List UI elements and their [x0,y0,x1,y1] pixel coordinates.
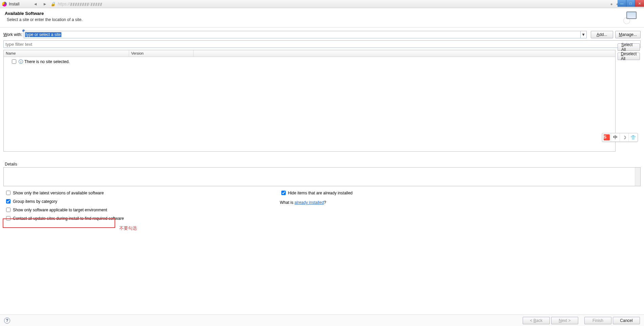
back-button[interactable]: < Back [523,317,550,324]
next-button[interactable]: Next > [551,317,578,324]
row-label: There is no site selected. [24,59,69,64]
group-by-category-checkbox[interactable] [6,199,11,204]
help-icon[interactable]: ? [4,318,10,324]
lock-icon: 🔒 [51,2,56,6]
close-button[interactable]: ✕ [635,0,644,7]
opt-contact-sites[interactable]: Contact all update sites during install … [5,215,124,222]
select-all-button[interactable]: Select All [618,43,640,51]
url-text: https://▮▮▮▮▮▮▮▮/▮▮▮▮▮ [58,2,102,6]
add-button[interactable]: Add... [591,31,613,38]
applicable-checkbox[interactable] [6,208,11,212]
eclipse-icon [2,2,7,6]
forward-icon[interactable]: ► [41,1,48,7]
dialog-subtitle: Select a site or enter the location of a… [7,17,82,22]
window-controls: — □ ✕ [618,0,644,7]
col-name[interactable]: Name [4,50,129,57]
install-wizard-icon [624,11,637,24]
maximize-button[interactable]: □ [626,0,635,7]
work-with-combo[interactable]: type or select a site ▼ [24,31,587,38]
options-area: Show only the latest versions of availab… [0,188,644,222]
ime-toolbar[interactable]: S 中 ☽ 👕 [602,133,638,142]
hide-installed-checkbox[interactable] [281,191,286,195]
opt-hide-installed[interactable]: Hide items that are already installed [280,190,353,196]
manage-button[interactable]: Manage... [615,31,641,38]
contact-sites-label: Contact all update sites during install … [13,216,124,221]
scrollbar[interactable] [635,168,640,186]
software-tree[interactable]: Name Version i There is no site selected… [3,50,616,152]
back-icon[interactable]: ◄ [32,1,39,7]
finish-button[interactable]: Finish [584,317,611,324]
chevron-down-icon[interactable]: ▼ [580,31,586,38]
opt-group-by-category[interactable]: Group items by category [5,198,124,205]
cancel-button[interactable]: Cancel [613,317,640,324]
what-is-installed: What is already installed? [280,200,353,205]
os-title-bar: Install ◄ ► 🔒 https://▮▮▮▮▮▮▮▮/▮▮▮▮▮ ●●●… [0,0,644,8]
ime-moon-icon[interactable]: ☽ [620,133,629,141]
dialog-header: Available Software Select a site or ente… [0,8,644,27]
info-icon: i [19,59,23,64]
annotation-text: 不要勾选 [119,225,137,231]
work-with-row: Work with: type or select a site ▼ Add..… [0,27,644,40]
deselect-all-button[interactable]: Deselect All [618,53,640,60]
hide-installed-label: Hide items that are already installed [288,191,353,195]
address-bar-blurred: ◄ ► 🔒 https://▮▮▮▮▮▮▮▮/▮▮▮▮▮ [32,1,608,7]
wizard-button-bar: ? < Back Next > Finish Cancel [0,314,644,326]
ime-skin-icon[interactable]: 👕 [629,133,638,141]
opt-applicable[interactable]: Show only software applicable to target … [5,207,124,213]
window-title: Install [9,2,19,6]
dialog-title: Available Software [5,11,82,16]
work-with-label: Work with: [3,32,22,37]
filter-row [0,40,644,50]
details-box [3,167,641,186]
details-label: Details [5,162,639,167]
row-checkbox[interactable] [12,59,16,64]
ime-sogou-icon[interactable]: S [602,133,611,141]
opt-latest-only[interactable]: Show only the latest versions of availab… [5,190,124,196]
latest-only-checkbox[interactable] [6,191,11,195]
ime-cn-icon[interactable]: 中 [611,133,620,141]
applicable-label: Show only software applicable to target … [13,208,107,212]
tree-row-empty: i There is no site selected. [5,58,614,65]
already-installed-link[interactable]: already installed [295,200,324,205]
latest-only-label: Show only the latest versions of availab… [13,191,104,195]
tree-header: Name Version [4,50,615,57]
contact-sites-checkbox[interactable] [6,216,11,220]
work-with-value: type or select a site [25,32,61,37]
filter-input[interactable] [3,40,641,48]
minimize-button[interactable]: — [618,0,626,7]
group-by-category-label: Group items by category [13,199,57,204]
col-version[interactable]: Version [129,50,194,57]
